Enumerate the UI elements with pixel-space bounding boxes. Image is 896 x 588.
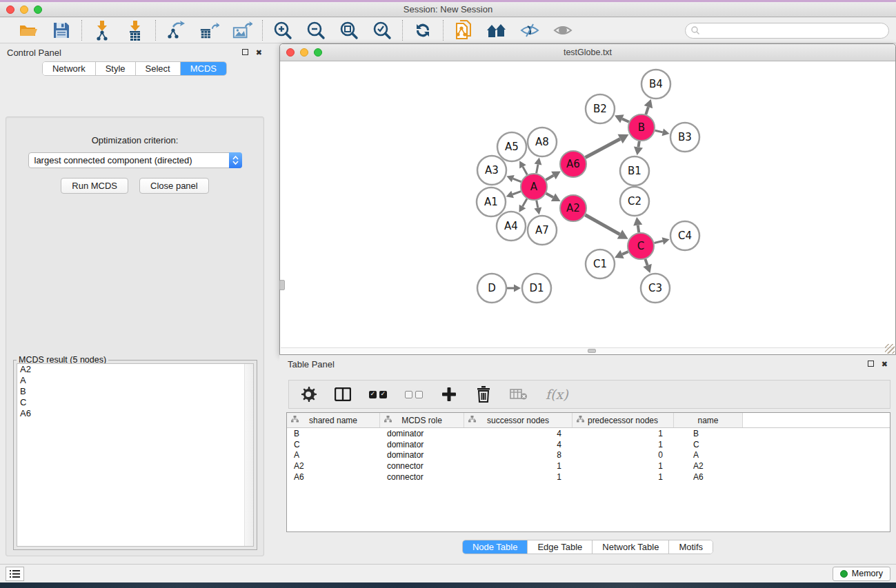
column-header-MCDS-role[interactable]: MCDS role [380, 413, 464, 427]
graph-node-C3[interactable]: C3 [641, 274, 670, 303]
mcds-result-item[interactable]: A [17, 375, 253, 386]
tab-network[interactable]: Network [43, 62, 95, 75]
table-cell[interactable]: 8 [464, 450, 573, 460]
table-close-panel-icon[interactable]: ✖ [882, 361, 888, 368]
show-columns-icon[interactable] [335, 385, 351, 403]
save-session-icon[interactable] [51, 20, 72, 41]
tab-mcds[interactable]: MCDS [180, 62, 226, 75]
graph-edge-A6-B[interactable] [586, 139, 621, 158]
show-graphics-icon[interactable] [552, 20, 573, 41]
graph-edge-A2-C[interactable] [585, 215, 619, 234]
horizontal-scroll-thumb[interactable] [588, 349, 596, 353]
table-cell[interactable]: A [287, 450, 380, 460]
zoom-window-button[interactable] [34, 6, 42, 14]
import-table-icon[interactable] [125, 20, 146, 41]
table-row[interactable]: Adominator80A [287, 450, 890, 461]
table-cell[interactable]: 1 [464, 472, 573, 482]
graph-node-A1[interactable]: A1 [477, 187, 506, 216]
network-horizontal-scrollbar[interactable] [281, 347, 895, 354]
tab-select[interactable]: Select [135, 62, 180, 75]
graph-edge-A-A5[interactable] [523, 167, 527, 175]
table-cell[interactable]: 0 [573, 450, 674, 460]
zoom-out-icon[interactable] [306, 20, 326, 41]
graph-node-B3[interactable]: B3 [670, 123, 699, 152]
graph-node-C2[interactable]: C2 [620, 187, 649, 216]
graph-node-A4[interactable]: A4 [497, 212, 526, 241]
mcds-result-item[interactable]: B [17, 386, 253, 397]
mcds-result-item[interactable]: C [17, 397, 253, 408]
close-panel-icon[interactable]: ✖ [256, 49, 262, 57]
table-cell[interactable]: connector [380, 461, 464, 471]
table-row[interactable]: Cdominator41C [287, 439, 890, 450]
column-header-name[interactable]: name [674, 413, 743, 427]
column-header-successor-nodes[interactable]: successor nodes [464, 413, 573, 427]
select-all-columns-icon[interactable] [369, 385, 387, 403]
import-network-icon[interactable] [92, 20, 112, 41]
table-cell[interactable]: C [287, 440, 380, 449]
graph-node-C4[interactable]: C4 [670, 221, 699, 250]
graph-node-C1[interactable]: C1 [586, 250, 615, 278]
minimize-window-button[interactable] [20, 6, 28, 14]
result-list-scrollbar[interactable] [244, 364, 253, 546]
zoom-selected-icon[interactable] [372, 20, 392, 41]
column-header-shared-name[interactable]: shared name [287, 413, 380, 427]
table-row[interactable]: Bdominator41B [287, 428, 890, 439]
tab-edge-table[interactable]: Edge Table [527, 540, 592, 554]
close-window-button[interactable] [6, 6, 14, 14]
table-cell[interactable]: dominator [380, 429, 464, 438]
zoom-in-icon[interactable] [272, 20, 293, 41]
table-cell[interactable]: A [674, 450, 743, 460]
tab-network-table[interactable]: Network Table [592, 540, 668, 554]
table-options-icon[interactable] [300, 385, 317, 403]
search-input[interactable] [685, 23, 889, 39]
graph-node-A7[interactable]: A7 [528, 216, 557, 245]
network-vertical-scrollbar[interactable] [279, 280, 285, 290]
table-cell[interactable]: dominator [380, 450, 464, 460]
close-panel-button[interactable]: Close panel [139, 178, 209, 194]
resize-grip-icon[interactable] [885, 344, 895, 354]
criterion-dropdown[interactable]: largest connected component (directed) [28, 152, 242, 168]
graph-edge-C-C3[interactable] [646, 259, 648, 265]
graph-edge-A-A1[interactable] [512, 192, 521, 194]
graph-edge-A-A4[interactable] [523, 199, 527, 206]
graph-edge-C-C1[interactable] [622, 252, 628, 254]
graph-node-B2[interactable]: B2 [586, 94, 615, 123]
graph-node-A[interactable]: A [521, 174, 547, 200]
table-row[interactable]: A2connector11A2 [287, 460, 890, 472]
graph-edge-B-B3[interactable] [655, 130, 663, 132]
table-cell[interactable]: C [674, 440, 743, 449]
graph-edge-A-A6[interactable] [546, 176, 553, 180]
graph-node-D[interactable]: D [477, 274, 506, 303]
table-cell[interactable]: connector [380, 472, 464, 482]
network-canvas[interactable]: B4B2BB3A5A8A6A3B1AA1C2A2A4A7C4CC1C3DD1 [281, 62, 895, 347]
mcds-result-item[interactable]: A6 [17, 408, 253, 419]
run-mcds-button[interactable]: Run MCDS [61, 178, 128, 194]
network-minimize-button[interactable] [300, 48, 308, 57]
graph-edge-C-C4[interactable] [654, 241, 662, 243]
table-cell[interactable]: 4 [464, 429, 573, 438]
table-cell[interactable]: B [287, 429, 380, 438]
new-network-icon[interactable] [453, 20, 474, 41]
column-header-predecessor-nodes[interactable]: predecessor nodes [573, 413, 674, 427]
export-network-icon[interactable] [166, 20, 186, 41]
graph-edge-A-A3[interactable] [513, 179, 521, 182]
network-close-button[interactable] [286, 48, 295, 57]
table-cell[interactable]: 1 [573, 440, 674, 449]
table-cell[interactable]: B [674, 429, 743, 438]
memory-button[interactable]: Memory [833, 567, 890, 581]
graph-edge-C-C2[interactable] [638, 225, 639, 233]
hide-panel-icon[interactable] [519, 20, 540, 41]
table-cell[interactable]: A6 [674, 472, 743, 482]
refresh-icon[interactable] [412, 20, 433, 41]
graph-node-B1[interactable]: B1 [620, 156, 649, 185]
graph-edge-B-B4[interactable] [646, 107, 648, 114]
network-window-titlebar[interactable]: testGlobe.txt [280, 44, 895, 61]
tab-motifs[interactable]: Motifs [668, 540, 713, 554]
graph-edge-A-A2[interactable] [546, 194, 553, 198]
graph-node-A3[interactable]: A3 [477, 156, 506, 185]
tab-style[interactable]: Style [95, 62, 135, 75]
table-row[interactable]: A6connector11A6 [287, 472, 890, 483]
graph-node-A8[interactable]: A8 [528, 128, 557, 156]
graph-edge-B-B2[interactable] [622, 119, 629, 121]
graph-node-D1[interactable]: D1 [522, 274, 551, 303]
